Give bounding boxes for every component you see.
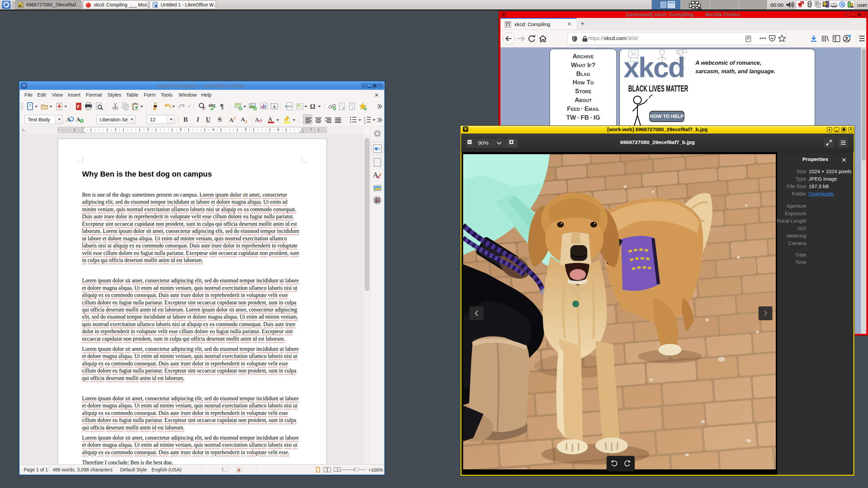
svg-text:¶: ¶ [220, 103, 224, 110]
svg-text:i: i [352, 106, 353, 110]
svg-text:A: A [255, 117, 259, 123]
svg-text:A: A [241, 116, 245, 123]
svg-text:Ω: Ω [310, 103, 315, 110]
svg-text:A: A [229, 117, 234, 123]
svg-text:3.: 3. [364, 121, 366, 124]
svg-text:1: 1 [342, 106, 344, 110]
svg-text:A: A [76, 117, 80, 122]
svg-text:A: A [268, 116, 272, 122]
svg-text:2: 2 [245, 119, 247, 124]
svg-text:2: 2 [234, 116, 236, 120]
svg-text:A: A [66, 117, 71, 122]
svg-text:A: A [273, 104, 276, 109]
